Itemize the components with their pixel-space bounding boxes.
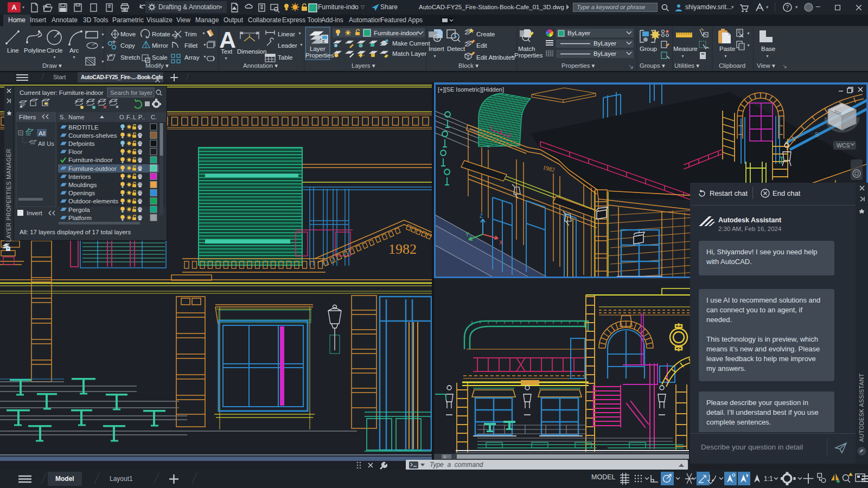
- svg-text:▼: ▼: [765, 54, 769, 58]
- svg-text:Furniture-outdoor: Furniture-outdoor: [68, 165, 117, 172]
- svg-text:Create: Create: [476, 31, 495, 37]
- svg-text:Trim: Trim: [184, 31, 197, 37]
- svg-text:Table: Table: [278, 54, 293, 61]
- svg-text:▼: ▼: [72, 55, 76, 59]
- svg-text:Groups ▾: Groups ▾: [640, 62, 665, 69]
- svg-text:[+][SE Isometric][Hidden]: [+][SE Isometric][Hidden]: [438, 86, 504, 93]
- svg-text:Y: Y: [465, 232, 469, 237]
- svg-text:1982: 1982: [388, 241, 417, 257]
- svg-text:Interiors: Interiors: [68, 174, 91, 180]
- svg-text:Paste: Paste: [719, 46, 735, 52]
- svg-text:▼: ▼: [681, 54, 685, 58]
- svg-text:Pergola: Pergola: [68, 207, 90, 213]
- svg-text:Mouldings: Mouldings: [68, 182, 97, 188]
- svg-text:Array: Array: [184, 54, 200, 61]
- svg-text:Utilities ▾: Utilities ▾: [674, 62, 699, 69]
- svg-text:▼: ▼: [746, 43, 750, 47]
- svg-text:Match: Match: [518, 46, 535, 52]
- svg-text:Layer: Layer: [310, 46, 326, 52]
- svg-text:▼: ▼: [724, 54, 727, 58]
- svg-text:Z: Z: [480, 213, 483, 219]
- svg-text:▼: ▼: [203, 55, 207, 59]
- svg-text:Rotate: Rotate: [152, 31, 170, 37]
- svg-text:Edit: Edit: [476, 42, 488, 49]
- svg-text:Properties ▾: Properties ▾: [561, 62, 595, 69]
- svg-text:Line: Line: [7, 47, 19, 54]
- svg-text:Arc: Arc: [69, 47, 79, 54]
- svg-text:Platform: Platform: [68, 215, 92, 221]
- svg-text:View ▾: View ▾: [757, 62, 775, 69]
- svg-text:S..: S..: [60, 114, 67, 120]
- svg-text:0: 0: [444, 455, 446, 459]
- svg-text:Edit Attributes: Edit Attributes: [476, 54, 515, 61]
- svg-text:BRDTITLE: BRDTITLE: [68, 124, 99, 131]
- svg-text:▼: ▼: [101, 60, 105, 63]
- svg-text:Clipboard: Clipboard: [719, 62, 745, 69]
- svg-text:Circle: Circle: [47, 47, 62, 54]
- svg-text:Openings: Openings: [68, 190, 95, 196]
- svg-text:Draw ▾: Draw ▾: [42, 62, 62, 69]
- svg-text:Name: Name: [68, 114, 84, 120]
- svg-text:Detect: Detect: [447, 46, 465, 52]
- svg-text:Properties: Properties: [514, 52, 543, 59]
- svg-text:X: X: [499, 240, 503, 246]
- svg-text:▼: ▼: [510, 55, 514, 59]
- svg-text:▼: ▼: [299, 43, 303, 47]
- svg-text:Counters-shelves: Counters-shelves: [68, 132, 117, 139]
- svg-text:▼: ▼: [224, 56, 228, 60]
- svg-text:S: S: [815, 131, 819, 138]
- svg-text:▼: ▼: [53, 55, 56, 59]
- svg-text:Group: Group: [640, 46, 657, 52]
- svg-text:Base: Base: [761, 46, 775, 52]
- svg-text:Modify ▾: Modify ▾: [145, 62, 169, 69]
- svg-text:Floor: Floor: [68, 149, 82, 155]
- svg-text:Linear: Linear: [278, 31, 295, 37]
- svg-text:Furniture-indoor: Furniture-indoor: [374, 30, 418, 36]
- svg-text:Block ▾: Block ▾: [458, 62, 478, 69]
- svg-text:▼: ▼: [298, 31, 302, 35]
- svg-text:Fillet: Fillet: [184, 42, 198, 49]
- svg-text:Invert: Invert: [27, 210, 43, 216]
- svg-text:All: 17 layers displayed of 17: All: 17 layers displayed of 17 total lay…: [20, 229, 131, 235]
- svg-text:Furniture-indoor: Furniture-indoor: [68, 157, 113, 163]
- svg-text:Insert: Insert: [429, 46, 445, 52]
- svg-text:P..: P..: [138, 114, 145, 120]
- svg-text:▼: ▼: [433, 54, 437, 58]
- svg-text:Mirror: Mirror: [152, 42, 168, 49]
- svg-text:Scale: Scale: [152, 54, 168, 61]
- svg-text:Dimension: Dimension: [237, 48, 266, 55]
- svg-text:Move: Move: [120, 31, 136, 37]
- svg-text:Polyline: Polyline: [24, 47, 46, 54]
- svg-text:Annotation ▾: Annotation ▾: [243, 62, 278, 69]
- svg-text:ByLayer: ByLayer: [593, 40, 616, 47]
- svg-text:Layers ▾: Layers ▾: [352, 62, 375, 69]
- svg-text:All Us: All Us: [38, 140, 54, 147]
- svg-text:1:1: 1:1: [764, 475, 773, 483]
- svg-text:Leader: Leader: [278, 42, 297, 49]
- svg-text:▼: ▼: [746, 31, 750, 35]
- svg-text:▼: ▼: [202, 31, 206, 35]
- svg-text:ByLayer: ByLayer: [567, 30, 590, 36]
- svg-text:Defpoints: Defpoints: [68, 140, 95, 147]
- svg-text:Copy: Copy: [120, 42, 135, 49]
- svg-text:F..: F..: [126, 114, 133, 120]
- svg-text:Make Current: Make Current: [392, 40, 430, 47]
- svg-text:ByLayer: ByLayer: [593, 50, 616, 57]
- svg-text:Current layer: Furniture-indoo: Current layer: Furniture-indoor: [20, 89, 104, 96]
- svg-text:Search for layer: Search for layer: [110, 89, 152, 96]
- svg-text:Match Layer: Match Layer: [392, 50, 426, 57]
- svg-text:Outdoor-elements: Outdoor-elements: [68, 198, 118, 204]
- svg-text:Filters: Filters: [19, 114, 36, 120]
- svg-text:WCS: WCS: [837, 142, 850, 149]
- svg-text:Stretch: Stretch: [120, 54, 140, 61]
- svg-text:?: ?: [786, 4, 789, 10]
- svg-text:C.: C.: [151, 114, 157, 120]
- svg-text:▼: ▼: [203, 43, 207, 47]
- svg-text:▼: ▼: [101, 33, 105, 36]
- svg-text:All: All: [39, 130, 46, 137]
- svg-text:Measure: Measure: [673, 46, 698, 52]
- svg-text:Text: Text: [221, 48, 233, 55]
- svg-text:▼: ▼: [101, 46, 105, 49]
- svg-text:Properties: Properties: [305, 52, 334, 59]
